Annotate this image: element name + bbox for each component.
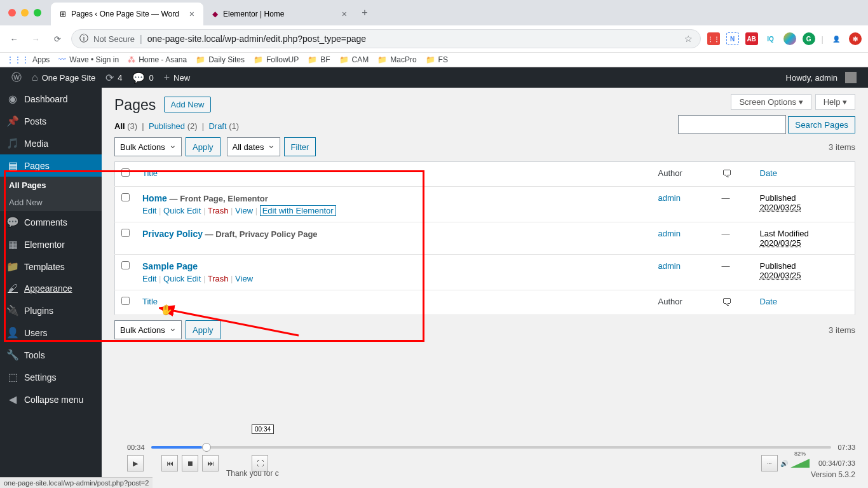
info-icon: ⓘ — [79, 33, 88, 44]
apps-button[interactable]: ⋮⋮⋮Apps — [6, 55, 50, 64]
menu-settings[interactable]: ⬚Settings — [0, 366, 102, 388]
quick-edit-link[interactable]: Quick Edit — [163, 206, 201, 215]
col-title[interactable]: Title — [142, 297, 158, 306]
menu-tools[interactable]: 🔧Tools — [0, 344, 102, 366]
updates-link[interactable]: ⟳4 — [100, 67, 127, 88]
address-bar[interactable]: ⓘ Not Secure | one-page-site.local/wp-ad… — [71, 29, 701, 48]
date-filter-select[interactable]: All dates — [227, 137, 280, 156]
new-content[interactable]: +New — [159, 67, 195, 88]
wp-logo[interactable]: ⓦ — [6, 67, 27, 88]
page-title-link[interactable]: Home — [142, 193, 167, 203]
menu-users[interactable]: 👤Users — [0, 322, 102, 344]
menu-elementor[interactable]: ▦Elementor — [0, 233, 102, 255]
row-checkbox[interactable] — [121, 261, 130, 269]
help-button[interactable]: Help ▾ — [815, 94, 855, 110]
col-date[interactable]: Date — [760, 168, 777, 178]
search-button[interactable]: Search Pages — [788, 116, 855, 133]
bulk-actions-select[interactable]: Bulk Actions — [114, 320, 182, 339]
select-all-checkbox[interactable] — [121, 168, 130, 177]
trash-link[interactable]: Trash — [208, 206, 229, 215]
next-button[interactable]: ⏭ — [202, 455, 219, 471]
menu-templates[interactable]: 📁Templates — [0, 255, 102, 278]
prev-button[interactable]: ⏮ — [161, 455, 178, 471]
bulk-actions-select[interactable]: Bulk Actions — [114, 137, 182, 156]
fullscreen-button[interactable]: ⛶ — [252, 455, 268, 471]
quick-edit-link[interactable]: Quick Edit — [163, 274, 201, 283]
apply-button[interactable]: Apply — [186, 320, 220, 339]
edit-link[interactable]: Edit — [142, 274, 156, 283]
menu-appearance[interactable]: 🖌Appearance — [0, 278, 102, 299]
author-link[interactable]: admin — [658, 229, 681, 238]
col-date[interactable]: Date — [760, 297, 777, 306]
edit-link[interactable]: Edit — [142, 206, 156, 215]
search-input[interactable] — [678, 115, 786, 134]
view-link[interactable]: View — [235, 206, 253, 215]
browser-tab[interactable]: ◆ Elementor | Home × — [203, 3, 356, 25]
ext-icon[interactable]: AB — [745, 32, 758, 45]
bookmark-folder[interactable]: 📁BF — [308, 55, 330, 64]
play-button[interactable]: ▶ — [127, 455, 144, 471]
apply-button[interactable]: Apply — [186, 137, 220, 156]
browser-tab-active[interactable]: ⊞ Pages ‹ One Page Site — Word × — [51, 3, 203, 25]
view-published[interactable]: Published — [149, 121, 185, 131]
stop-button[interactable]: ⏹ — [182, 455, 198, 471]
profile-icon[interactable]: 👤 — [830, 32, 843, 45]
menu-posts[interactable]: 📌Posts — [0, 110, 102, 132]
menu-dashboard[interactable]: ◉Dashboard — [0, 88, 102, 110]
bookmark[interactable]: 〰Wave • Sign in — [58, 55, 119, 64]
close-tab-icon[interactable]: × — [342, 9, 347, 19]
volume-slider[interactable] — [790, 459, 810, 468]
view-link[interactable]: View — [235, 274, 253, 283]
account-menu[interactable]: Howdy, admin — [781, 72, 862, 83]
menu-comments[interactable]: 💬Comments — [0, 211, 102, 233]
screen-options-button[interactable]: Screen Options ▾ — [731, 94, 811, 110]
submenu-all-pages[interactable]: All Pages — [0, 177, 102, 194]
close-window-icon[interactable] — [8, 9, 16, 17]
view-draft[interactable]: Draft — [208, 121, 226, 131]
comments-link[interactable]: 💬0 — [127, 67, 158, 88]
author-link[interactable]: admin — [658, 193, 681, 203]
edit-with-elementor-link[interactable]: Edit with Elementor — [260, 205, 336, 216]
author-link[interactable]: admin — [658, 261, 681, 271]
table-row: Home — Front Page, ElementorEdit | Quick… — [115, 187, 855, 222]
bookmark-folder[interactable]: 📁CAM — [339, 55, 369, 64]
menu-collapse[interactable]: ◀Collapse menu — [0, 388, 102, 410]
ext-icon[interactable] — [783, 32, 796, 45]
trash-link[interactable]: Trash — [208, 274, 229, 283]
bookmark-folder[interactable]: 📁MacPro — [377, 55, 416, 64]
ext-icon[interactable]: ✻ — [849, 32, 862, 45]
minimize-window-icon[interactable] — [21, 9, 29, 17]
ext-icon[interactable]: ⋮⋮ — [707, 32, 720, 45]
close-tab-icon[interactable]: × — [189, 9, 194, 19]
row-checkbox[interactable] — [121, 229, 130, 237]
volume-icon[interactable]: 🔊 — [780, 460, 788, 467]
back-button[interactable]: ← — [6, 31, 22, 46]
ext-icon[interactable]: G — [803, 32, 815, 45]
new-tab-button[interactable]: + — [356, 4, 374, 22]
maximize-window-icon[interactable] — [34, 9, 41, 17]
view-all[interactable]: All — [114, 121, 125, 131]
star-icon[interactable]: ☆ — [684, 34, 693, 44]
ext-icon[interactable]: IQ — [764, 32, 777, 45]
menu-plugins[interactable]: 🔌Plugins — [0, 299, 102, 322]
bookmark[interactable]: ⁂Home - Asana — [128, 55, 187, 64]
filter-button[interactable]: Filter — [284, 137, 316, 156]
menu-media[interactable]: 🎵Media — [0, 132, 102, 154]
select-all-checkbox[interactable] — [121, 297, 130, 305]
bookmark-folder[interactable]: 📁Daily Sites — [196, 55, 245, 64]
page-title-link[interactable]: Sample Page — [142, 261, 198, 271]
reload-button[interactable]: ⟳ — [50, 31, 65, 46]
add-new-button[interactable]: Add New — [164, 97, 212, 112]
subtitle-button[interactable]: ··· — [761, 455, 778, 471]
col-title[interactable]: Title — [142, 168, 158, 178]
ext-icon[interactable]: N — [726, 32, 739, 45]
row-checkbox[interactable] — [121, 193, 130, 201]
forward-button[interactable]: → — [28, 31, 43, 46]
menu-pages[interactable]: ▤Pages — [0, 154, 102, 177]
page-title-link[interactable]: Privacy Policy — [142, 229, 203, 239]
bookmark-folder[interactable]: 📁FS — [426, 55, 448, 64]
submenu-add-new[interactable]: Add New — [0, 194, 102, 211]
site-name[interactable]: ⌂One Page Site — [27, 67, 100, 88]
seek-bar[interactable] — [151, 446, 832, 449]
bookmark-folder[interactable]: 📁FollowUP — [254, 55, 299, 64]
